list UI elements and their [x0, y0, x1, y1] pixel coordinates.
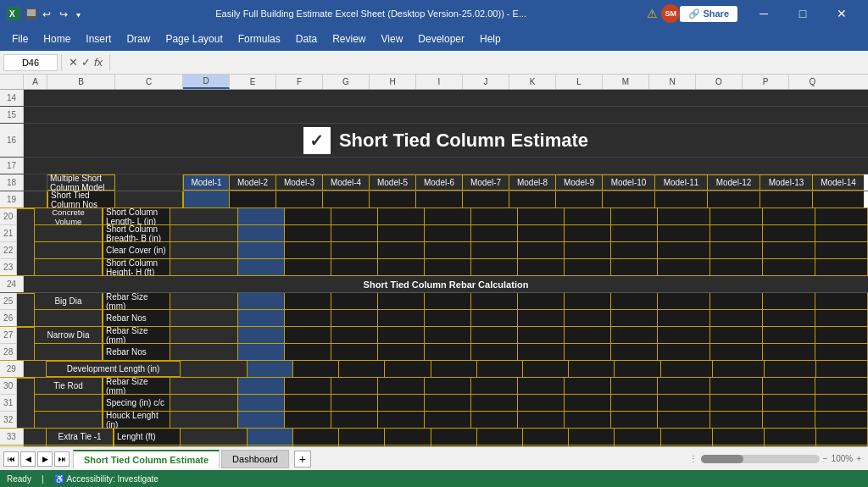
- cell-21-l[interactable]: [611, 225, 658, 241]
- cell-26-f[interactable]: [331, 310, 378, 326]
- cell-28-e[interactable]: [285, 344, 331, 360]
- cell-18-f[interactable]: Model-3: [276, 174, 323, 191]
- cell-25-h[interactable]: [425, 293, 471, 309]
- col-header-h[interactable]: H: [370, 75, 416, 89]
- col-header-i[interactable]: I: [416, 75, 463, 89]
- cell-19-d[interactable]: [183, 191, 230, 208]
- cell-18-c[interactable]: [115, 174, 183, 191]
- tab-short-tied-column[interactable]: Short Tied Column Estimate: [73, 450, 220, 468]
- col-header-a[interactable]: A: [24, 75, 47, 89]
- cell-18-h[interactable]: Model-5: [370, 174, 416, 191]
- cell-21-o[interactable]: [763, 225, 815, 241]
- minimize-button[interactable]: ─: [744, 0, 783, 27]
- cell-27-i[interactable]: [471, 327, 518, 343]
- cell-20-p[interactable]: [815, 208, 868, 224]
- cell-32-l[interactable]: [611, 412, 658, 428]
- cell-32-n[interactable]: [710, 412, 763, 428]
- cell-23-f[interactable]: [331, 259, 378, 275]
- col-header-m[interactable]: M: [603, 75, 649, 89]
- cell-32-label[interactable]: Houck Lenght (in): [103, 412, 170, 428]
- cell-19-c[interactable]: [115, 191, 183, 208]
- cell-31-l[interactable]: [611, 395, 658, 411]
- cell-33-d[interactable]: [248, 429, 293, 445]
- cell-22-l[interactable]: [611, 242, 658, 258]
- sheet-options-icon[interactable]: ⋮: [689, 454, 698, 463]
- cell-33-e[interactable]: [293, 429, 339, 445]
- menu-help[interactable]: Help: [473, 30, 508, 47]
- cell-27-j[interactable]: [518, 327, 565, 343]
- cell-15-rest[interactable]: [24, 107, 868, 123]
- cell-20-h[interactable]: [425, 208, 471, 224]
- cell-31-o[interactable]: [763, 395, 815, 411]
- cell-28-g[interactable]: [378, 344, 425, 360]
- cell-14-rest[interactable]: [24, 90, 868, 106]
- cell-26-g[interactable]: [378, 310, 425, 326]
- maximize-button[interactable]: □: [783, 0, 822, 27]
- share-button[interactable]: 🔗 Share: [680, 6, 737, 22]
- col-header-d[interactable]: D: [183, 75, 230, 89]
- menu-home[interactable]: Home: [36, 30, 77, 47]
- col-header-f[interactable]: F: [276, 75, 323, 89]
- cell-25-f[interactable]: [331, 293, 378, 309]
- cell-18-e[interactable]: Model-2: [230, 174, 276, 191]
- cell-28-i[interactable]: [471, 344, 518, 360]
- cell-18-b[interactable]: Multiple Short Column Model: [47, 174, 115, 191]
- cell-18-g[interactable]: Model-4: [323, 174, 370, 191]
- cell-21-c[interactable]: [170, 225, 238, 241]
- cell-29-i[interactable]: [477, 361, 523, 377]
- cell-32-e[interactable]: [285, 412, 331, 428]
- cell-20-m[interactable]: [658, 208, 710, 224]
- cell-30-l[interactable]: [611, 378, 658, 394]
- cell-20-e[interactable]: [285, 208, 331, 224]
- cell-30-n[interactable]: [710, 378, 763, 394]
- cell-26-d[interactable]: [238, 310, 285, 326]
- cell-20-k[interactable]: [565, 208, 611, 224]
- cell-19-o[interactable]: [708, 191, 760, 208]
- cell-25-p[interactable]: [815, 293, 868, 309]
- cell-30-d[interactable]: [238, 378, 285, 394]
- cell-25-n[interactable]: [710, 293, 763, 309]
- cell-19-p[interactable]: [760, 191, 813, 208]
- cell-25-m[interactable]: [658, 293, 710, 309]
- cell-26-e[interactable]: [285, 310, 331, 326]
- cell-32-m[interactable]: [658, 412, 710, 428]
- cell-29-e[interactable]: [293, 361, 339, 377]
- cell-20-n[interactable]: [710, 208, 763, 224]
- cell-30-f[interactable]: [331, 378, 378, 394]
- cell-26-j[interactable]: [518, 310, 565, 326]
- cell-25-d[interactable]: [238, 293, 285, 309]
- cell-30-c[interactable]: [170, 378, 238, 394]
- cell-23-k[interactable]: [565, 259, 611, 275]
- cell-20-f[interactable]: [331, 208, 378, 224]
- zoom-out-icon[interactable]: −: [823, 454, 828, 463]
- cell-25-g[interactable]: [378, 293, 425, 309]
- cell-30-g[interactable]: [378, 378, 425, 394]
- menu-draw[interactable]: Draw: [120, 30, 157, 47]
- cell-22-p[interactable]: [815, 242, 868, 258]
- cell-21-h[interactable]: [425, 225, 471, 241]
- cell-25-i[interactable]: [471, 293, 518, 309]
- cancel-formula-icon[interactable]: ✕: [69, 56, 78, 69]
- cell-21-g[interactable]: [378, 225, 425, 241]
- col-header-b[interactable]: B: [47, 75, 115, 89]
- tab-nav-last[interactable]: ⏭: [54, 451, 70, 467]
- cell-22-k[interactable]: [565, 242, 611, 258]
- cell-33-o[interactable]: [765, 429, 816, 445]
- cell-28-c[interactable]: [170, 344, 238, 360]
- cell-20-label[interactable]: Short Column Length- L (in): [103, 208, 170, 224]
- cell-22-f[interactable]: [331, 242, 378, 258]
- cell-22-c[interactable]: [170, 242, 238, 258]
- cell-33-f[interactable]: [339, 429, 385, 445]
- cell-32-p[interactable]: [815, 412, 868, 428]
- cell-20-d[interactable]: [238, 208, 285, 224]
- menu-file[interactable]: File: [5, 30, 35, 47]
- col-header-n[interactable]: N: [649, 75, 696, 89]
- cell-25-c[interactable]: [170, 293, 238, 309]
- cell-28-d[interactable]: [238, 344, 285, 360]
- cell-28-l[interactable]: [611, 344, 658, 360]
- cell-32-f[interactable]: [331, 412, 378, 428]
- cell-22-n[interactable]: [710, 242, 763, 258]
- cell-28-p[interactable]: [815, 344, 868, 360]
- cell-29-m[interactable]: [661, 361, 713, 377]
- scroll-bar-sheet[interactable]: [701, 455, 820, 463]
